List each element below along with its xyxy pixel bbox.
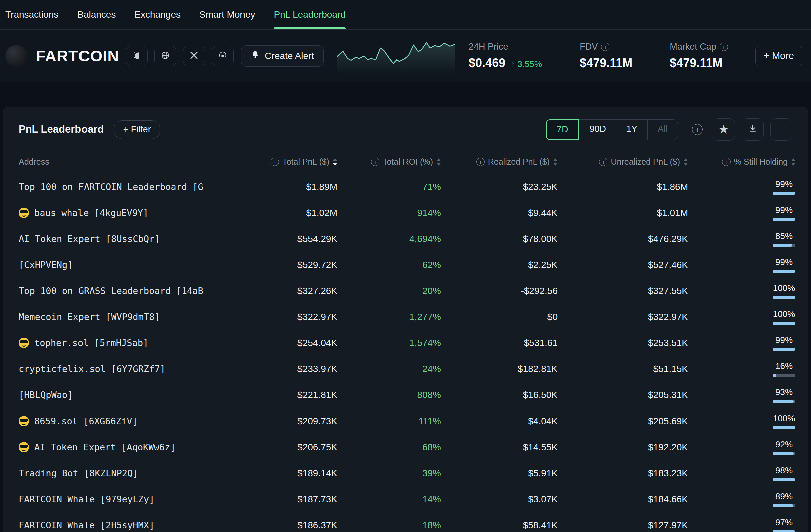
total-pnl-info-icon[interactable]: [271, 158, 279, 166]
globe-icon: [160, 50, 170, 62]
table-row[interactable]: crypticfelix.sol [6Y7GRZf7]$233.97K24%$1…: [3, 356, 808, 382]
x-twitter-icon: [189, 51, 199, 61]
range-all[interactable]: All: [647, 120, 678, 140]
table-row[interactable]: Memecoin Expert [WVP9dmT8]$322.97K1,277%…: [3, 304, 808, 330]
table-row[interactable]: AI Token Expert [AqoKWw6z]$206.75K68%$14…: [3, 434, 808, 460]
address-cell[interactable]: AI Token Expert [8UssCbQr]: [3, 234, 234, 244]
table-row[interactable]: Trading Bot [8KZLNP2Q]$189.14K39%$5.91K$…: [3, 460, 808, 486]
col-total-roi[interactable]: Total ROI (%): [337, 157, 441, 167]
realized-pnl-info-icon[interactable]: [476, 158, 485, 166]
address-cell[interactable]: crypticfelix.sol [6Y7GRZf7]: [3, 364, 234, 374]
address-cell[interactable]: baus whale [4kguEV9Y]: [3, 208, 234, 218]
nav-pnl-leaderboard[interactable]: PnL Leaderboard: [274, 0, 346, 29]
address-cell[interactable]: AI Token Expert [AqoKWw6z]: [3, 442, 234, 452]
range-90d[interactable]: 90D: [579, 120, 616, 140]
holding-percent-label: 89%: [775, 491, 793, 502]
holding-percent-label: 98%: [775, 465, 793, 475]
holding-percent-label: 99%: [775, 205, 793, 215]
address-cell[interactable]: FARTCOIN Whale [2H5syHMX]: [3, 520, 234, 530]
unrealized-pnl-cell: $183.23K: [558, 468, 688, 479]
col-total-pnl[interactable]: Total PnL ($): [234, 157, 337, 167]
total-roi-info-icon[interactable]: [371, 158, 380, 166]
unrealized-pnl-info-icon[interactable]: [599, 158, 607, 166]
fullscreen-button[interactable]: [770, 119, 792, 141]
holding-percent-label: 100%: [773, 413, 795, 424]
still-holding-cell: 93%: [688, 387, 808, 403]
stat-24h-price-label: 24H Price: [469, 42, 542, 52]
address-cell[interactable]: Top 100 on FARTCOIN Leaderboard [G: [3, 182, 234, 192]
explorer-eye-icon: [218, 50, 228, 62]
still-holding-cell: 85%: [688, 231, 808, 247]
main-nav: Transactions Balances Exchanges Smart Mo…: [0, 0, 811, 30]
nav-exchanges[interactable]: Exchanges: [134, 0, 181, 29]
nav-smart-money[interactable]: Smart Money: [199, 0, 255, 29]
address-cell[interactable]: [HBLQpWao]: [3, 390, 234, 400]
table-row[interactable]: [HBLQpWao]$221.81K808%$16.50K$205.31K93%: [3, 382, 808, 408]
sunglasses-emoji-icon: [19, 338, 29, 348]
address-cell[interactable]: Trading Bot [8KZLNP2Q]: [3, 468, 234, 478]
download-icon: [748, 124, 758, 135]
pnl-leaderboard-panel: PnL Leaderboard + Filter 7D 90D 1Y All ★: [3, 107, 808, 532]
table-row[interactable]: AI Token Expert [8UssCbQr]$554.29K4,694%…: [3, 226, 808, 252]
more-button[interactable]: + More: [755, 46, 802, 66]
create-alert-button[interactable]: Create Alert: [241, 45, 324, 67]
address-cell[interactable]: [CxHPVENg]: [3, 260, 234, 270]
still-holding-cell: 100%: [688, 413, 808, 429]
realized-pnl-cell: $16.50K: [441, 390, 558, 401]
address-cell[interactable]: FARTCOIN Whale [979eyLZy]: [3, 494, 234, 504]
address-cell[interactable]: 8659.sol [6XG66ZiV]: [3, 416, 234, 426]
sunglasses-emoji-icon: [19, 208, 29, 218]
nav-transactions[interactable]: Transactions: [5, 0, 59, 29]
table-row[interactable]: 8659.sol [6XG66ZiV]$209.73K111%$4.04K$20…: [3, 408, 808, 434]
still-holding-cell: 89%: [688, 491, 808, 507]
fdv-info-icon[interactable]: [601, 43, 609, 51]
total-roi-cell: 39%: [337, 468, 441, 479]
col-address: Address: [3, 157, 234, 167]
table-row[interactable]: baus whale [4kguEV9Y]$1.02M914%$9.44K$1.…: [3, 200, 808, 226]
still-holding-cell: 100%: [688, 283, 808, 299]
total-pnl-cell: $221.81K: [234, 390, 337, 401]
price-change: ↑ 3.55%: [511, 59, 542, 69]
still-holding-cell: 92%: [688, 439, 808, 455]
holding-progress-bar: [772, 191, 795, 195]
table-row[interactable]: FARTCOIN Whale [979eyLZy]$187.73K14%$3.0…: [3, 486, 808, 512]
table-row[interactable]: Top 100 on GRASS Leaderboard [14aB$327.2…: [3, 278, 808, 304]
address-cell[interactable]: Top 100 on GRASS Leaderboard [14aB: [3, 286, 234, 296]
col-still-holding[interactable]: % Still Holding: [688, 157, 808, 167]
realized-pnl-cell: $182.81K: [441, 364, 558, 374]
favorite-button[interactable]: ★: [713, 119, 735, 141]
holding-progress-bar: [772, 322, 795, 325]
range-1y[interactable]: 1Y: [616, 120, 647, 140]
col-realized-pnl[interactable]: Realized PnL ($): [441, 157, 558, 167]
range-7d[interactable]: 7D: [546, 120, 579, 140]
still-holding-info-icon[interactable]: [722, 158, 731, 166]
address-cell[interactable]: Memecoin Expert [WVP9dmT8]: [3, 312, 234, 322]
total-roi-cell: 1,574%: [337, 338, 441, 348]
copy-address-button[interactable]: [126, 46, 148, 66]
still-holding-cell: 97%: [688, 517, 808, 532]
time-range-selector: 7D 90D 1Y All: [546, 120, 678, 140]
market-cap-info-icon[interactable]: [720, 43, 728, 51]
total-pnl-cell: $209.73K: [234, 416, 337, 426]
col-unrealized-pnl[interactable]: Unrealized PnL ($): [558, 157, 688, 167]
nav-balances[interactable]: Balances: [77, 0, 116, 29]
filter-button[interactable]: + Filter: [113, 121, 160, 139]
holding-progress-bar: [772, 270, 795, 273]
realized-pnl-cell: $78.00K: [441, 234, 558, 244]
total-roi-cell: 71%: [337, 182, 441, 192]
panel-info-icon[interactable]: [692, 124, 703, 135]
total-roi-cell: 62%: [337, 260, 441, 270]
table-row[interactable]: topher.sol [5rmHJSab]$254.04K1,574%$531.…: [3, 330, 808, 356]
still-holding-cell: 99%: [688, 257, 808, 273]
x-twitter-button[interactable]: [183, 46, 205, 66]
leaderboard-rows: Top 100 on FARTCOIN Leaderboard [G$1.89M…: [3, 174, 808, 532]
table-row[interactable]: Top 100 on FARTCOIN Leaderboard [G$1.89M…: [3, 174, 808, 200]
unrealized-pnl-cell: $192.20K: [558, 442, 688, 453]
download-button[interactable]: [741, 119, 764, 141]
website-button[interactable]: [154, 46, 177, 66]
price-sparkline-chart: [337, 38, 455, 74]
address-cell[interactable]: topher.sol [5rmHJSab]: [3, 338, 234, 348]
table-row[interactable]: [CxHPVENg]$529.72K62%$2.25K$527.46K99%: [3, 252, 808, 278]
table-row[interactable]: FARTCOIN Whale [2H5syHMX]$186.37K18%$58.…: [3, 512, 808, 532]
explorer-button[interactable]: [212, 46, 234, 66]
